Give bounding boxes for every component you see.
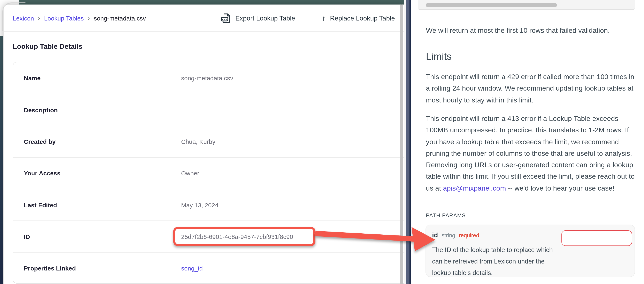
path-params-label: PATH PARAMS (426, 212, 466, 218)
breadcrumb-link-lookup-tables[interactable]: Lookup Tables (44, 15, 84, 22)
param-type: string (442, 232, 455, 239)
lookup-table-details-card: Name song-metadata.csv Description Creat… (13, 62, 404, 284)
paragraph-text: This endpoint will return a 413 error if… (426, 115, 635, 192)
limits-heading: Limits (426, 51, 452, 62)
id-highlight-box: 25d7f2b6-6901-4e8a-9457-7cbf931f8c90 (173, 227, 316, 246)
table-row-description: Description (13, 94, 404, 126)
table-row-created-by: Created by Chua, Kurby (13, 126, 404, 157)
table-row-your-access: Your Access Owner (13, 157, 404, 189)
table-row-properties-linked: Properties Linked song_id (13, 252, 404, 284)
id-param-input[interactable] (562, 230, 632, 246)
row-label: ID (13, 233, 181, 240)
breadcrumb-separator-icon: › (88, 14, 90, 21)
upload-arrow-icon: ↑ (322, 14, 326, 23)
param-name: id (432, 232, 438, 239)
song-id-property-link[interactable]: song_id (181, 265, 203, 272)
lookup-table-id-value: 25d7f2b6-6901-4e8a-9457-7cbf931f8c90 (181, 233, 293, 240)
row-label: Properties Linked (13, 265, 181, 272)
export-lookup-table-button[interactable]: csv Export Lookup Table (221, 5, 295, 31)
row-value: Owner (181, 170, 404, 177)
svg-text:csv: csv (222, 18, 227, 21)
path-param-card: id string required The ID of the lookup … (426, 225, 635, 277)
csv-file-icon: csv (221, 13, 231, 24)
horizontal-scrollbar-thumb[interactable] (426, 3, 557, 7)
window-divider (404, 0, 411, 284)
validation-note-text: We will return at most the first 10 rows… (426, 25, 636, 37)
param-header: id string required (432, 232, 479, 239)
row-value: song_id (181, 265, 404, 272)
row-label: Your Access (13, 170, 181, 177)
row-label: Created by (13, 138, 181, 145)
page-title: Lookup Table Details (13, 43, 82, 51)
param-description: The ID of the lookup table to replace wh… (432, 244, 560, 279)
replace-lookup-table-label: Replace Lookup Table (330, 14, 395, 22)
row-value: Chua, Kurby (181, 138, 404, 145)
limits-paragraph-429: This endpoint will return a 429 error if… (426, 71, 636, 106)
docs-window: We will return at most the first 10 rows… (411, 0, 644, 284)
breadcrumb-link-lexicon[interactable]: Lexicon (13, 15, 34, 22)
scrollbar-track-line (399, 4, 399, 284)
param-required-badge: required (459, 232, 479, 239)
breadcrumb-current-file: song-metadata.csv (94, 15, 146, 22)
row-value: song-metadata.csv (181, 75, 404, 82)
row-label: Last Edited (13, 201, 181, 208)
breadcrumb: Lexicon › Lookup Tables › song-metadata.… (13, 5, 146, 31)
screenshot-stage: Lexicon › Lookup Tables › song-metadata.… (0, 0, 644, 284)
replace-lookup-table-button[interactable]: ↑ Replace Lookup Table (322, 5, 395, 31)
paragraph-text: -- we'd love to hear your use case! (506, 184, 614, 192)
lexicon-header: Lexicon › Lookup Tables › song-metadata.… (4, 5, 404, 31)
breadcrumb-separator-icon: › (38, 14, 40, 21)
row-value: 25d7f2b6-6901-4e8a-9457-7cbf931f8c90 (181, 227, 404, 246)
apis-mixpanel-email-link[interactable]: apis@mixpanel.com (443, 184, 506, 192)
export-lookup-table-label: Export Lookup Table (235, 14, 295, 22)
code-block-bottom-edge (418, 0, 635, 10)
row-label: Name (13, 75, 181, 82)
row-label: Description (13, 107, 181, 114)
lexicon-window: Lexicon › Lookup Tables › song-metadata.… (3, 4, 404, 284)
limits-paragraph-413: This endpoint will return a 413 error if… (426, 113, 636, 194)
row-value: May 13, 2024 (181, 201, 404, 208)
table-row-id: ID 25d7f2b6-6901-4e8a-9457-7cbf931f8c90 (13, 221, 404, 253)
vertical-scrollbar-thumb[interactable] (400, 4, 403, 284)
table-row-last-edited: Last Edited May 13, 2024 (13, 189, 404, 221)
table-row-name: Name song-metadata.csv (13, 62, 404, 94)
